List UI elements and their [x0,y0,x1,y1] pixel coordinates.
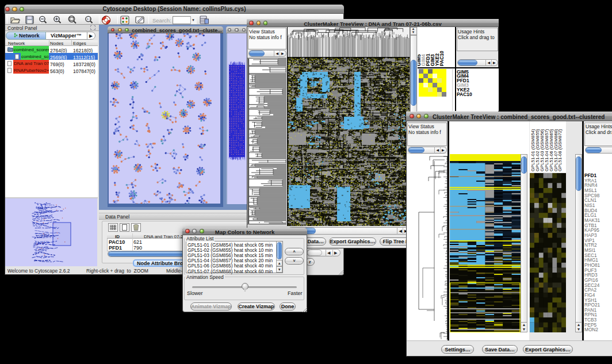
svg-text:GPL51-08 (GSM872): GPL51-08 (GSM872) [557,129,563,171]
svg-text:1:1: 1:1 [87,17,91,21]
svg-text:PAC10: PAC10 [439,51,445,66]
